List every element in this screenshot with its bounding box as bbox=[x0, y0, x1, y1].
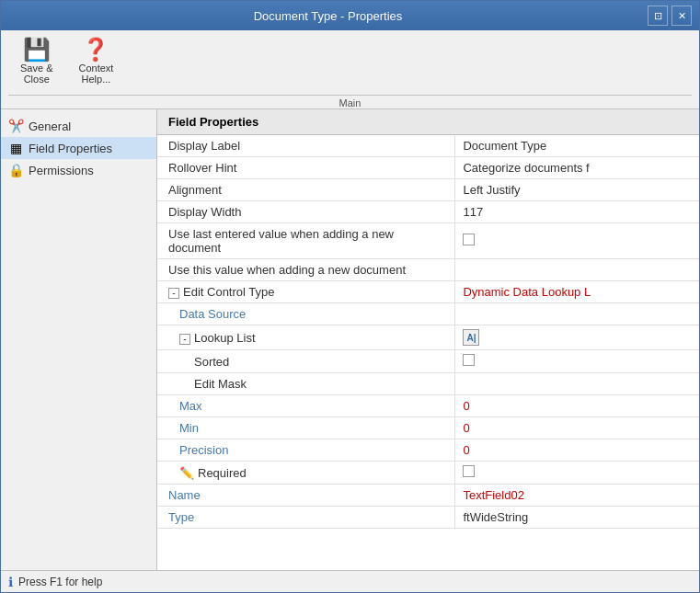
sidebar: ✂️ General ▦ Field Properties 🔒 Permissi… bbox=[1, 109, 157, 570]
toolbar-ribbon: 💾 Save &Close ❓ ContextHelp... bbox=[8, 34, 692, 93]
window-title: Document Type - Properties bbox=[8, 9, 648, 23]
close-button[interactable]: ✕ bbox=[671, 6, 692, 26]
use-last-entered-checkbox[interactable] bbox=[463, 234, 475, 245]
sorted-value bbox=[455, 350, 699, 373]
save-close-icon: 💾 bbox=[23, 39, 51, 61]
required-value bbox=[455, 462, 699, 485]
lock-icon: 🔒 bbox=[8, 163, 23, 177]
save-close-label: Save &Close bbox=[20, 63, 52, 85]
edit-control-type-key: -Edit Control Type bbox=[157, 281, 455, 303]
sidebar-general-label: General bbox=[29, 120, 71, 133]
table-row: Alignment Left Justify bbox=[157, 179, 699, 201]
name-key: Name bbox=[157, 485, 455, 507]
main-panel: Field Properties Display Label Document … bbox=[157, 109, 699, 570]
properties-table: Display Label Document Type Rollover Hin… bbox=[157, 135, 699, 529]
lookup-list-key: -Lookup List bbox=[157, 325, 455, 350]
toolbar: 💾 Save &Close ❓ ContextHelp... Main bbox=[1, 30, 699, 109]
table-row: Display Label Document Type bbox=[157, 135, 699, 157]
table-row: ✏️Required bbox=[157, 462, 699, 485]
lookup-list-collapse-btn[interactable]: - bbox=[179, 334, 190, 345]
table-row: Use last entered value when adding a new… bbox=[157, 223, 699, 259]
table-row: Data Source bbox=[157, 303, 699, 325]
table-row: Display Width 117 bbox=[157, 201, 699, 223]
table-row: -Edit Control Type Dynamic Data Lookup L bbox=[157, 281, 699, 303]
type-value: ftWideString bbox=[455, 507, 699, 529]
min-value: 0 bbox=[455, 417, 699, 439]
data-source-value bbox=[455, 303, 699, 325]
table-row: -Lookup List A| bbox=[157, 325, 699, 350]
rollover-hint-key: Rollover Hint bbox=[157, 157, 455, 179]
grid-icon: ▦ bbox=[8, 141, 23, 155]
precision-key: Precision bbox=[157, 439, 455, 462]
edit-mask-key: Edit Mask bbox=[157, 373, 455, 395]
table-row: Sorted bbox=[157, 350, 699, 373]
use-this-value-key: Use this value when adding a new documen… bbox=[157, 259, 455, 281]
max-key: Max bbox=[157, 395, 455, 417]
table-row: Precision 0 bbox=[157, 439, 699, 462]
sidebar-item-permissions[interactable]: 🔒 Permissions bbox=[1, 159, 156, 181]
status-bar: ℹ Press F1 for help bbox=[1, 570, 699, 592]
table-row: Edit Mask bbox=[157, 373, 699, 395]
min-key: Min bbox=[157, 417, 455, 439]
table-row: Type ftWideString bbox=[157, 507, 699, 529]
sidebar-permissions-label: Permissions bbox=[29, 164, 94, 177]
display-width-value: 117 bbox=[455, 201, 699, 223]
title-bar: Document Type - Properties ⊡ ✕ bbox=[1, 1, 699, 30]
sorted-key: Sorted bbox=[157, 350, 455, 373]
rollover-hint-value: Categorize documents f bbox=[455, 157, 699, 179]
sidebar-item-general[interactable]: ✂️ General bbox=[1, 115, 156, 137]
precision-value: 0 bbox=[455, 439, 699, 462]
display-width-key: Display Width bbox=[157, 201, 455, 223]
lookup-list-icon[interactable]: A| bbox=[463, 329, 479, 346]
edit-control-collapse-btn[interactable]: - bbox=[168, 288, 179, 299]
name-value: TextField02 bbox=[455, 485, 699, 507]
save-close-button[interactable]: 💾 Save &Close bbox=[8, 34, 64, 89]
context-help-label: ContextHelp... bbox=[78, 63, 113, 85]
table-row: Max 0 bbox=[157, 395, 699, 417]
toolbar-section-label: Main bbox=[8, 95, 692, 108]
type-key: Type bbox=[157, 507, 455, 529]
table-row: Rollover Hint Categorize documents f bbox=[157, 157, 699, 179]
sidebar-field-properties-label: Field Properties bbox=[29, 142, 112, 155]
required-icon: ✏️ bbox=[179, 466, 194, 480]
edit-control-type-value: Dynamic Data Lookup L bbox=[455, 281, 699, 303]
lookup-list-value: A| bbox=[455, 325, 699, 350]
context-help-button[interactable]: ❓ ContextHelp... bbox=[66, 34, 125, 89]
display-label-key: Display Label bbox=[157, 135, 455, 157]
field-properties-header: Field Properties bbox=[157, 109, 699, 135]
restore-button[interactable]: ⊡ bbox=[648, 6, 668, 26]
table-row: Min 0 bbox=[157, 417, 699, 439]
use-last-entered-key: Use last entered value when adding a new… bbox=[157, 223, 455, 259]
table-row: Use this value when adding a new documen… bbox=[157, 259, 699, 281]
required-checkbox[interactable] bbox=[463, 465, 475, 477]
use-last-entered-value bbox=[455, 223, 699, 259]
title-bar-buttons: ⊡ ✕ bbox=[648, 6, 692, 26]
display-label-value: Document Type bbox=[455, 135, 699, 157]
data-source-key: Data Source bbox=[157, 303, 455, 325]
edit-mask-value bbox=[455, 373, 699, 395]
alignment-key: Alignment bbox=[157, 179, 455, 201]
scissors-icon: ✂️ bbox=[8, 119, 23, 133]
main-window: Document Type - Properties ⊡ ✕ 💾 Save &C… bbox=[0, 0, 700, 593]
content-area: ✂️ General ▦ Field Properties 🔒 Permissi… bbox=[1, 109, 699, 570]
status-text: Press F1 for help bbox=[18, 576, 102, 588]
use-this-value-value bbox=[455, 259, 699, 281]
sidebar-item-field-properties[interactable]: ▦ Field Properties bbox=[1, 137, 156, 159]
max-value: 0 bbox=[455, 395, 699, 417]
alignment-value: Left Justify bbox=[455, 179, 699, 201]
required-key: ✏️Required bbox=[157, 462, 455, 485]
sorted-checkbox[interactable] bbox=[463, 354, 475, 366]
table-row: Name TextField02 bbox=[157, 485, 699, 507]
info-icon: ℹ bbox=[8, 575, 13, 589]
context-help-icon: ❓ bbox=[82, 39, 109, 61]
